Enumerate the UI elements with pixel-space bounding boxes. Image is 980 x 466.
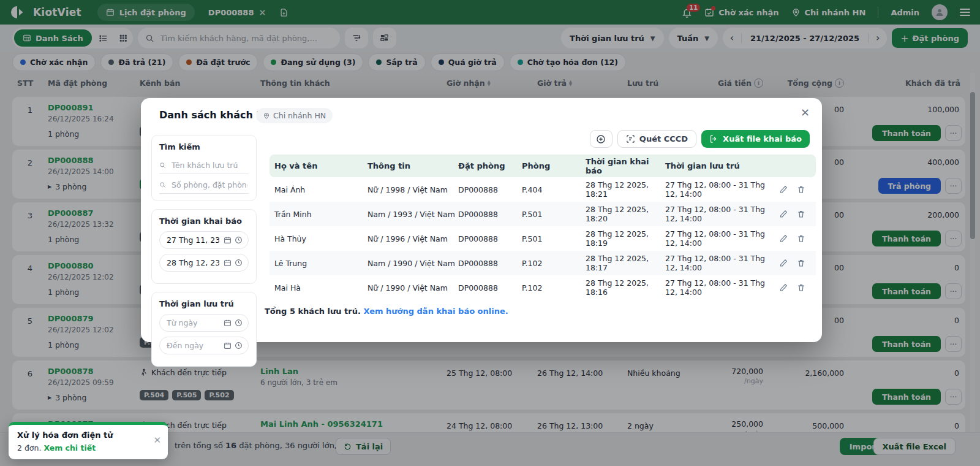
col-thong-tin: Thông tin (368, 161, 458, 170)
search-icon (159, 161, 166, 169)
guest-room: P.404 (522, 185, 586, 194)
search-icon (159, 181, 166, 189)
guest-declared-at: 28 Thg 12 2025, 18:21 (586, 180, 665, 199)
modal-action-buttons: Quét CCCD Xuất file khai báo (590, 130, 810, 148)
guest-stay-range: 27 Thg 12, 08:00 - 31 Thg 12, 14:00 (665, 278, 779, 297)
scan-cccd-button[interactable]: Quét CCCD (617, 130, 696, 148)
guest-name: Lê Trung (274, 259, 368, 268)
col-thoi-gian-khai-bao: Thời gian khai báo (586, 157, 665, 175)
guest-stay-range: 27 Thg 12, 08:00 - 31 Thg 12, 14:00 (665, 205, 779, 223)
edit-icon[interactable] (779, 259, 788, 267)
modal-close-icon[interactable]: ✕ (801, 106, 810, 119)
col-thoi-gian-luu-tru: Thời gian lưu trú (665, 161, 779, 170)
export-declaration-button[interactable]: Xuất file khai báo (701, 130, 810, 148)
add-guest-button[interactable] (590, 130, 612, 148)
guest-row-4[interactable]: Lê Trung Nam / 1990 / Việt Nam DP000888 … (270, 251, 816, 275)
guest-booking-code: DP000888 (458, 234, 522, 243)
guest-room: P.501 (522, 234, 586, 243)
toast-close-icon[interactable]: ✕ (153, 435, 161, 446)
stay-from-field[interactable] (159, 314, 249, 332)
guest-info: Nữ / 1990 / Việt Nam (368, 283, 458, 292)
search-filter-card: Tìm kiếm (151, 135, 257, 201)
guest-row-5[interactable]: Mai Hà Nữ / 1990 / Việt Nam DP000888 P.1… (270, 275, 816, 300)
guest-row-2[interactable]: Trần Minh Nam / 1993 / Việt Nam DP000888… (270, 202, 816, 226)
guest-room: P.501 (522, 210, 586, 219)
col-ho-va-ten: Họ và tên (274, 161, 368, 170)
edit-icon[interactable] (779, 185, 788, 194)
delete-icon[interactable] (797, 210, 805, 218)
room-search[interactable] (159, 177, 249, 194)
guest-name: Hà Thủy (274, 234, 368, 243)
guest-row-3[interactable]: Hà Thủy Nữ / 1996 / Việt Nam DP000888 P.… (270, 226, 816, 251)
calendar-icon (224, 342, 232, 350)
declare-to-field[interactable] (159, 254, 249, 272)
edit-icon[interactable] (779, 234, 788, 243)
guest-stay-range: 27 Thg 12, 08:00 - 31 Thg 12, 14:00 (665, 254, 779, 272)
toast-count: 2 đơn. (17, 443, 41, 453)
guest-name: Mai Ánh (274, 185, 368, 194)
location-pin-icon (263, 112, 270, 120)
guest-stay-range: 27 Thg 12, 08:00 - 31 Thg 12, 14:00 (665, 229, 779, 248)
guest-booking-code: DP000888 (458, 185, 522, 194)
calendar-icon (224, 236, 232, 244)
edit-icon[interactable] (779, 210, 788, 218)
clock-icon (235, 342, 243, 350)
guest-name: Mai Hà (274, 283, 368, 292)
guest-declared-at: 28 Thg 12 2025, 18:16 (586, 278, 665, 297)
stay-from-input[interactable] (165, 318, 221, 328)
guest-info: Nam / 1990 / Việt Nam (368, 259, 458, 268)
stay-to-input[interactable] (165, 340, 221, 351)
guest-booking-code: DP000888 (458, 259, 522, 268)
col-dat-phong: Đặt phòng (458, 161, 522, 170)
guest-info: Nữ / 1998 / Việt Nam (368, 185, 458, 194)
export-icon (709, 134, 718, 143)
stay-to-field[interactable] (159, 337, 249, 354)
delete-icon[interactable] (797, 234, 805, 243)
guest-name: Trần Minh (274, 210, 368, 219)
edit-icon[interactable] (779, 283, 788, 292)
guest-stay-range: 27 Thg 12, 08:00 - 31 Thg 12, 14:00 (665, 180, 779, 199)
calendar-icon (224, 259, 232, 267)
declare-time-card: Thời gian khai báo (151, 209, 257, 284)
delete-icon[interactable] (797, 185, 805, 194)
guest-booking-code: DP000888 (458, 283, 522, 292)
declare-from-input[interactable] (165, 235, 221, 245)
delete-icon[interactable] (797, 283, 805, 292)
calendar-icon (224, 319, 232, 327)
branch-badge: Chi nhánh HN (256, 108, 333, 123)
declare-to-input[interactable] (165, 258, 221, 268)
guest-name-search[interactable] (159, 157, 249, 174)
toast-detail-link[interactable]: Xem chi tiết (43, 443, 96, 453)
col-phong: Phòng (522, 161, 586, 170)
einvoice-toast: Xử lý hóa đơn điện tử 2 đơn. Xem chi tiế… (9, 422, 168, 459)
app-window: KiotViet Lịch đặt phòng DP000888 × 11 (0, 0, 980, 466)
declaration-guide-link[interactable]: Xem hướng dẫn khai báo online. (363, 307, 508, 316)
modal-filter-panel: Tìm kiếm Thời gian khai báo (151, 135, 257, 375)
guest-total-label: Tổng 5 khách lưu trú. (265, 307, 361, 316)
declare-from-field[interactable] (159, 231, 249, 249)
clock-icon (235, 259, 243, 267)
guest-room: P.102 (522, 259, 586, 268)
guest-info: Nữ / 1996 / Việt Nam (368, 234, 458, 243)
guest-booking-code: DP000888 (458, 210, 522, 219)
guest-table-header: Họ và tên Thông tin Đặt phòng Phòng Thời… (270, 155, 816, 177)
toast-title: Xử lý hóa đơn điện tử (17, 430, 160, 440)
guest-room: P.102 (522, 283, 586, 292)
scan-icon (626, 134, 635, 143)
guest-table: Họ và tên Thông tin Đặt phòng Phòng Thời… (270, 155, 816, 300)
clock-icon (235, 236, 243, 244)
guest-row-1[interactable]: Mai Ánh Nữ / 1998 / Việt Nam DP000888 P.… (270, 177, 816, 202)
room-search-input[interactable] (170, 180, 249, 190)
stay-time-card: Thời gian lưu trú (151, 292, 257, 367)
plus-circle-icon (596, 134, 606, 144)
guest-declared-at: 28 Thg 12 2025, 18:17 (586, 254, 665, 272)
clock-icon (235, 319, 243, 327)
guest-name-input[interactable] (170, 160, 249, 170)
guest-info: Nam / 1993 / Việt Nam (368, 210, 458, 219)
delete-icon[interactable] (797, 259, 805, 267)
guest-declared-at: 28 Thg 12 2025, 18:20 (586, 205, 665, 223)
guest-list-modal: Danh sách khách lưu trú Chi nhánh HN ✕ T… (141, 98, 822, 342)
guest-table-footer: Tổng 5 khách lưu trú. Xem hướng dẫn khai… (265, 307, 508, 316)
guest-declared-at: 28 Thg 12 2025, 18:19 (586, 229, 665, 248)
